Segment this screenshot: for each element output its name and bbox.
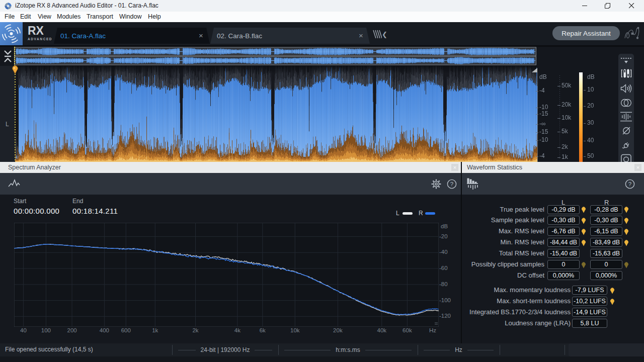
x-tick-label: 40: [20, 327, 27, 333]
lamp-indicator-dim: [581, 261, 586, 268]
stat-value-box[interactable]: -15,63 dB: [590, 249, 622, 258]
svg-text:?: ?: [628, 181, 631, 187]
menu-item-file[interactable]: File: [5, 13, 15, 20]
stat-label: Total RMS level: [462, 249, 544, 257]
legend-label-R: R: [419, 210, 423, 217]
status-separator: [565, 345, 565, 355]
spectrum-panel-header[interactable]: Spectrum Analyzer ×: [0, 162, 461, 173]
status-separator: [172, 345, 173, 355]
stat-label: Possibly clipped samples: [462, 260, 544, 268]
lamp-indicator-bright: [581, 206, 586, 213]
status-segment[interactable]: Hz: [419, 343, 499, 356]
end-value[interactable]: 00:18:14.211: [72, 207, 118, 215]
tab-label: 01. Cara-A.flac: [60, 32, 106, 40]
menu-item-view[interactable]: View: [38, 13, 51, 20]
selection-end-marker[interactable]: [532, 68, 537, 72]
status-bar: File opened successfully (14,5 s) 24-bit…: [0, 343, 644, 362]
y-unit-label: dB: [441, 223, 448, 229]
tab-overflow-icon[interactable]: [372, 30, 382, 39]
lamp-indicator-bright: [610, 298, 615, 305]
minimize-button[interactable]: [574, 0, 596, 12]
meter-bars-icon[interactable]: [620, 111, 632, 123]
tab-bar: RX ADVANCED ❮ Repair Assistant 01. Cara-…: [0, 22, 644, 45]
colorbar-label: 50: [587, 152, 594, 159]
stat-value-box[interactable]: -0,30 dB: [547, 216, 580, 225]
spectrum-panel-close-button[interactable]: ×: [451, 164, 458, 171]
stat-value-box[interactable]: -0,28 dB: [590, 205, 622, 214]
stat-value-box[interactable]: -84,44 dB: [547, 238, 580, 247]
overlap-circles-icon[interactable]: [620, 97, 632, 109]
stats-help-icon[interactable]: ?: [625, 179, 635, 189]
status-decorative-line: [365, 350, 412, 350]
status-decorative-line: [467, 350, 494, 350]
tab-2[interactable]: 02. Cara-B.flac×: [210, 28, 370, 44]
tab-close-icon[interactable]: ×: [358, 32, 364, 39]
main-waveform[interactable]: [15, 66, 537, 162]
tab-1[interactable]: 01. Cara-A.flac×: [54, 28, 210, 44]
stat-value-box[interactable]: -7,9 LUFS: [572, 286, 607, 295]
menu-item-edit[interactable]: Edit: [20, 13, 31, 20]
status-segment[interactable]: 24-bit | 192000 Hz: [173, 343, 277, 356]
lamp-indicator-bright: [624, 239, 629, 246]
frequency-ruler-label: 2k: [561, 143, 568, 150]
y-tick-label: -40: [439, 249, 448, 255]
repair-assistant-button[interactable]: Repair Assistant: [552, 26, 620, 40]
collapse-overview-icon[interactable]: [4, 48, 12, 64]
start-value[interactable]: 00:00:00.000: [14, 207, 59, 215]
stat-label: Integrated BS.1770-2/3/4 loudness: [462, 308, 571, 316]
menu-item-transport[interactable]: Transport: [87, 13, 113, 20]
stat-value-box[interactable]: 0,000%: [590, 271, 622, 280]
stats-panel-close-button[interactable]: ×: [634, 164, 641, 171]
lamp-indicator-bright: [610, 287, 615, 294]
close-button[interactable]: [619, 0, 644, 12]
spectrum-plot[interactable]: [14, 223, 439, 327]
legend-swatch-L: [403, 212, 413, 215]
status-separator: [500, 345, 500, 355]
stat-value-box[interactable]: -0,29 dB: [547, 205, 580, 214]
amplitude-ruler-label: -15: [539, 110, 548, 117]
status-segment[interactable]: h:m:s.ms: [279, 343, 417, 356]
maximize-button[interactable]: [596, 0, 619, 12]
stat-value-box[interactable]: 0: [590, 260, 622, 269]
spectrum-help-icon[interactable]: ?: [447, 179, 457, 189]
stat-value-box[interactable]: -15,40 dB: [547, 249, 580, 258]
stat-label: Max. momentary loudness: [462, 286, 571, 294]
lamp-indicator-bright: [581, 228, 586, 235]
stats-panel-header[interactable]: Waveform Statistics ×: [462, 162, 644, 173]
stat-value-box[interactable]: 0,000%: [547, 271, 580, 280]
tab-scroll-left-icon[interactable]: ❮: [382, 31, 387, 38]
status-separator: [278, 345, 279, 355]
svg-text:?: ?: [450, 181, 453, 187]
overview-waveform[interactable]: [14, 47, 537, 65]
stat-value-box[interactable]: -6,76 dB: [547, 227, 580, 236]
speaker-icon[interactable]: [620, 83, 632, 95]
plug-icon[interactable]: [620, 140, 632, 151]
stat-value-box[interactable]: 5,8 LU: [572, 319, 607, 328]
menu-item-modules[interactable]: Modules: [57, 13, 80, 20]
menu-item-window[interactable]: Window: [119, 13, 141, 20]
stat-value-box[interactable]: -6,15 dB: [590, 227, 622, 236]
gear-icon[interactable]: [431, 179, 441, 189]
title-bar[interactable]: iZotope RX 8 Advanced Audio Editor - 01.…: [0, 0, 644, 12]
null-circle-icon[interactable]: [620, 125, 632, 137]
frequency-ruler-label: 50k: [561, 82, 571, 89]
stat-value-box[interactable]: -14,9 LUFS: [572, 308, 607, 317]
x-tick-label: 4k: [234, 327, 240, 333]
ruler-tick-dash: [557, 147, 560, 148]
izotope-logo[interactable]: [0, 22, 23, 45]
menu-item-help[interactable]: Help: [148, 13, 161, 20]
stat-value-box[interactable]: -10,2 LUFS: [572, 297, 607, 306]
x-tick-label: 1k: [152, 327, 158, 333]
x-tick-label: 600: [121, 327, 131, 333]
stat-value-box[interactable]: -0,30 dB: [590, 216, 622, 225]
stat-value-box[interactable]: -83,49 dB: [590, 238, 622, 247]
tab-close-icon[interactable]: ×: [198, 32, 204, 39]
amplitude-ruler-label: -∞: [539, 120, 546, 127]
signal-chain-icon[interactable]: [624, 26, 641, 41]
colorbar-label: 30: [587, 119, 594, 126]
playhead-marker[interactable]: [12, 65, 19, 74]
stat-value-box[interactable]: 0: [547, 260, 580, 269]
marker-drop-icon[interactable]: [620, 55, 632, 67]
y-tick-label: -120: [439, 313, 451, 319]
faders-icon[interactable]: [620, 68, 632, 79]
